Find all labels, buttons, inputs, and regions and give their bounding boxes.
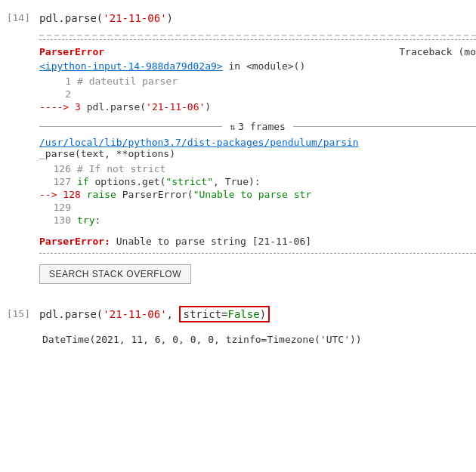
line130-try: try <box>77 214 94 226</box>
code-line-127: 127 if options.get("strict", True): <box>39 175 476 188</box>
error-path-link[interactable]: /usr/local/lib/python3.7/dist-packages/p… <box>39 137 359 148</box>
error-divider-top <box>39 35 476 36</box>
cell15-pre: pdl.parse( <box>39 308 103 320</box>
line-num-129: 129 <box>39 202 77 213</box>
line-num-1: 1 <box>39 76 77 87</box>
line127-str: "strict" <box>165 176 213 187</box>
error-path-line1: /usr/local/lib/python3.7/dist-packages/p… <box>39 137 476 148</box>
code-line-1: 1 # dateutil parser <box>39 75 476 88</box>
line-num-2: 2 <box>39 88 77 100</box>
traceback-in: in <box>223 60 246 72</box>
cell15-false-kw: False <box>227 308 259 320</box>
cell-15-result: DateTime(2021, 11, 6, 0, 0, 0, tzinfo=Ti… <box>39 334 476 345</box>
line127-if: if <box>77 176 89 187</box>
line-num-130: 130 <box>39 214 77 226</box>
traceback-module: <module>() <box>246 60 305 72</box>
traceback-label: Traceback (mo <box>399 46 476 57</box>
code-line-130: 130 try: <box>39 214 476 227</box>
frames-arrow-icon: ⇅ <box>230 122 235 132</box>
cell15-string: '21-11-06' <box>103 308 166 320</box>
code-string: '21-11-06' <box>103 12 166 24</box>
frames-label: ⇅ 3 frames <box>222 121 293 132</box>
traceback-link-line: <ipython-input-14-988da79d02a9> in <modu… <box>39 60 476 72</box>
line3-string: '21-11-06' <box>146 101 205 113</box>
line-num-127: 127 <box>39 176 77 187</box>
line1-comment: # dateutil parser <box>77 76 178 87</box>
so-button-container: SEARCH STACK OVERFLOW <box>39 257 476 292</box>
frames-text: 3 frames <box>238 121 286 132</box>
cell15-close: ) <box>260 308 266 320</box>
line126-code: # If not strict <box>77 163 165 174</box>
traceback-file-link[interactable]: <ipython-input-14-988da79d02a9> <box>39 60 223 72</box>
error-path-line2: _parse(text, **options) <box>39 148 476 159</box>
cell-14-row: [14] pdl.parse('21-11-06') <box>0 8 476 29</box>
code-lines-top: 1 # dateutil parser 2 ----> 3 pdl.parse(… <box>39 72 476 116</box>
code-line-128: --> 128 raise ParserError("Unable to par… <box>39 188 476 201</box>
error-message-line: ParserError: Unable to parse string [21-… <box>39 236 476 247</box>
line128-str: "Unable to parse str <box>193 189 312 200</box>
error-message-text: Unable to parse string [21-11-06] <box>110 236 311 247</box>
frames-line-left <box>39 126 222 127</box>
search-stackoverflow-button[interactable]: SEARCH STACK OVERFLOW <box>39 264 191 284</box>
line-arrow-3: ----> 3 <box>39 101 87 113</box>
error-box: ParserError Traceback (mo <ipython-input… <box>39 39 476 254</box>
cell15-mid: , <box>167 308 180 320</box>
traceback-header: ParserError Traceback (mo <box>39 46 476 57</box>
cell-14-code: pdl.parse('21-11-06') <box>39 11 476 26</box>
code-lines-bottom: 126 # If not strict 127 if options.get("… <box>39 159 476 230</box>
cell-14-output: ParserError Traceback (mo <ipython-input… <box>36 29 476 298</box>
frames-divider: ⇅ 3 frames <box>39 121 476 132</box>
line130-code: try: <box>77 214 100 226</box>
line126-comment: # If not strict <box>77 163 165 174</box>
error-message-label: ParserError: <box>39 236 110 247</box>
line128-raise: raise <box>87 189 116 200</box>
cell-15-code: pdl.parse('21-11-06', strict=False) <box>39 307 476 322</box>
code-line-129: 129 <box>39 201 476 214</box>
cell-15-number: [15] <box>0 307 36 319</box>
code-close: ) <box>167 12 173 24</box>
line128-code: raise ParserError("Unable to parse str <box>87 189 311 200</box>
code-line-126: 126 # If not strict <box>39 162 476 175</box>
cell-14-number: [14] <box>0 11 36 23</box>
code-line-2: 2 <box>39 88 476 100</box>
cell-14-input: pdl.parse('21-11-06') <box>36 11 476 26</box>
cell15-highlight-pre: strict= <box>183 308 227 320</box>
line3-code: pdl.parse('21-11-06') <box>87 101 211 113</box>
parser-error-label: ParserError <box>39 46 104 57</box>
parse-func: _parse(text, **options) <box>39 148 175 159</box>
cell-15-row: [15] pdl.parse('21-11-06', strict=False) <box>0 304 476 325</box>
frames-line-right <box>293 126 476 127</box>
code-pdl-parse: pdl.parse( <box>39 12 103 24</box>
line127-code: if options.get("strict", True): <box>77 176 261 187</box>
line-arrow-128: --> 128 <box>39 189 87 200</box>
notebook-container: [14] pdl.parse('21-11-06') ParserError T… <box>0 0 476 359</box>
cell-15-input-area: pdl.parse('21-11-06', strict=False) <box>36 307 476 322</box>
code-line-arrow: ----> 3 pdl.parse('21-11-06') <box>39 100 476 113</box>
strict-highlight-box: strict=False) <box>179 306 270 322</box>
cell-15-output: DateTime(2021, 11, 6, 0, 0, 0, tzinfo=Ti… <box>36 325 476 351</box>
line-num-126: 126 <box>39 163 77 174</box>
